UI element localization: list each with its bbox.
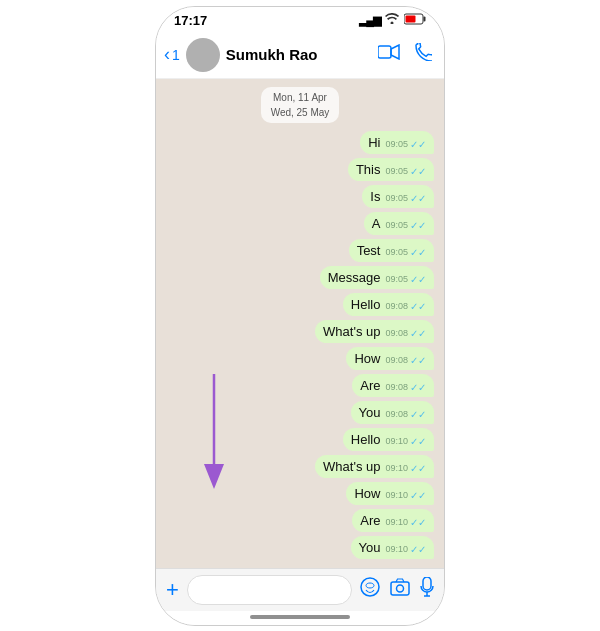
bubble-ticks: ✓✓ <box>410 355 426 366</box>
bottom-bar: + <box>156 568 444 611</box>
bubble-text: Hi <box>368 135 380 150</box>
phone-call-icon[interactable] <box>414 43 432 66</box>
video-call-icon[interactable] <box>378 44 400 65</box>
bubble-time: 09:08 <box>385 382 408 392</box>
bubble-text: You <box>359 405 381 420</box>
bubble-meta: 09:08 ✓✓ <box>385 328 426 339</box>
phone-frame: 17:17 ▂▄▆ ‹ 1 Sumukh Rao <box>155 6 445 626</box>
bubble-time: 09:05 <box>385 247 408 257</box>
bubble-time: 09:10 <box>385 544 408 554</box>
sticker-icon[interactable] <box>360 577 380 602</box>
status-time: 17:17 <box>174 13 207 28</box>
bubble-meta: 09:08 ✓✓ <box>385 301 426 312</box>
bubble-meta: 09:10 ✓✓ <box>385 544 426 555</box>
bubble-ticks: ✓✓ <box>410 247 426 258</box>
bubble-time: 09:05 <box>385 139 408 149</box>
svg-rect-10 <box>423 577 431 590</box>
bubble-ticks: ✓✓ <box>410 220 426 231</box>
contact-name[interactable]: Sumukh Rao <box>226 46 372 63</box>
bubble-text: How <box>354 351 380 366</box>
plus-button[interactable]: + <box>166 577 179 603</box>
bubble-meta: 09:05 ✓✓ <box>385 166 426 177</box>
bubble-meta: 09:05 ✓✓ <box>385 274 426 285</box>
bubble-text: Message <box>328 270 381 285</box>
bubble-time: 09:10 <box>385 517 408 527</box>
bubble-meta: 09:05 ✓✓ <box>385 220 426 231</box>
bubble-text: A <box>372 216 381 231</box>
bubble-ticks: ✓✓ <box>410 166 426 177</box>
bubble-ticks: ✓✓ <box>410 139 426 150</box>
bubble-meta: 09:10 ✓✓ <box>385 490 426 501</box>
bubble-text: Are <box>360 378 380 393</box>
message-input[interactable] <box>187 575 352 605</box>
svg-rect-2 <box>406 16 416 23</box>
message-bubble: You 09:10 ✓✓ <box>166 536 434 559</box>
chat-area[interactable]: Mon, 11 Apr Wed, 25 May Hi 09:05 ✓✓ This… <box>156 79 444 568</box>
bubble-meta: 09:05 ✓✓ <box>385 247 426 258</box>
bubble-ticks: ✓✓ <box>410 409 426 420</box>
bubble-ticks: ✓✓ <box>410 544 426 555</box>
bubble-meta: 09:10 ✓✓ <box>385 436 426 447</box>
bubble-time: 09:05 <box>385 193 408 203</box>
bubble-time: 09:05 <box>385 274 408 284</box>
mic-icon[interactable] <box>420 577 434 602</box>
message-bubble: Are 09:10 ✓✓ <box>166 509 434 532</box>
bubble-ticks: ✓✓ <box>410 382 426 393</box>
bubble-text: This <box>356 162 381 177</box>
bubble-time: 09:08 <box>385 355 408 365</box>
bubble-text: Is <box>370 189 380 204</box>
status-bar: 17:17 ▂▄▆ <box>156 7 444 32</box>
message-bubble: Hello 09:10 ✓✓ <box>166 428 434 451</box>
status-icons: ▂▄▆ <box>359 13 426 27</box>
wifi-icon <box>385 13 399 27</box>
svg-rect-1 <box>424 17 426 22</box>
date-badge: Mon, 11 Apr Wed, 25 May <box>261 87 340 123</box>
signal-icon: ▂▄▆ <box>359 14 380 27</box>
bubble-text: What's up <box>323 459 380 474</box>
message-bubble: How 09:08 ✓✓ <box>166 347 434 370</box>
bubble-text: Hello <box>351 297 381 312</box>
bubble-time: 09:10 <box>385 463 408 473</box>
chat-header: ‹ 1 Sumukh Rao <box>156 32 444 79</box>
svg-point-7 <box>361 578 379 596</box>
home-bar <box>250 615 350 619</box>
bubble-meta: 09:08 ✓✓ <box>385 355 426 366</box>
bubble-time: 09:08 <box>385 409 408 419</box>
bubble-ticks: ✓✓ <box>410 301 426 312</box>
svg-point-9 <box>397 585 404 592</box>
bubble-meta: 09:08 ✓✓ <box>385 382 426 393</box>
camera-icon[interactable] <box>390 578 410 601</box>
bubble-time: 09:08 <box>385 301 408 311</box>
input-icons <box>360 577 434 602</box>
message-bubble: Message 09:05 ✓✓ <box>166 266 434 289</box>
home-indicator <box>156 611 444 625</box>
bubble-meta: 09:10 ✓✓ <box>385 517 426 528</box>
bubble-text: How <box>354 486 380 501</box>
message-bubble: What's up 09:10 ✓✓ <box>166 455 434 478</box>
bubble-time: 09:10 <box>385 490 408 500</box>
bubble-time: 09:05 <box>385 220 408 230</box>
battery-icon <box>404 13 426 27</box>
message-bubble: This 09:05 ✓✓ <box>166 158 434 181</box>
bubble-ticks: ✓✓ <box>410 274 426 285</box>
bubble-time: 09:05 <box>385 166 408 176</box>
bubble-meta: 09:05 ✓✓ <box>385 193 426 204</box>
bubble-text: You <box>359 540 381 555</box>
bubble-meta: 09:08 ✓✓ <box>385 409 426 420</box>
svg-marker-4 <box>391 45 399 59</box>
bubble-text: Hello <box>351 432 381 447</box>
avatar <box>186 38 220 72</box>
bubble-text: Are <box>360 513 380 528</box>
back-button[interactable]: ‹ 1 <box>164 44 180 65</box>
bubble-ticks: ✓✓ <box>410 517 426 528</box>
message-bubble: Are 09:08 ✓✓ <box>166 374 434 397</box>
svg-rect-3 <box>378 46 391 58</box>
back-chevron-icon: ‹ <box>164 44 170 65</box>
message-bubble: Test 09:05 ✓✓ <box>166 239 434 262</box>
bubble-time: 09:10 <box>385 436 408 446</box>
message-bubble: Hello 09:08 ✓✓ <box>166 293 434 316</box>
svg-rect-8 <box>391 582 409 595</box>
bubble-time: 09:08 <box>385 328 408 338</box>
back-count: 1 <box>172 47 180 63</box>
bubble-meta: 09:05 ✓✓ <box>385 139 426 150</box>
